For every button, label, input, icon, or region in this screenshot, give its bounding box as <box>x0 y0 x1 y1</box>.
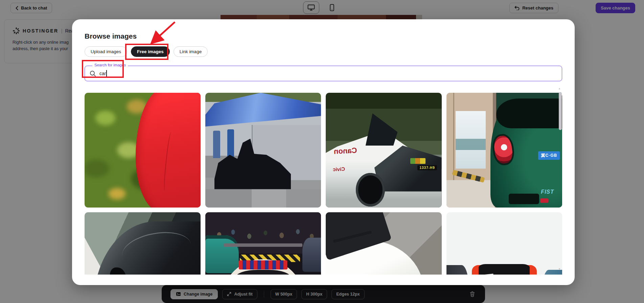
license-plate: 1337-H9 <box>417 165 437 170</box>
scroll-down-icon[interactable] <box>558 267 561 270</box>
photo-detail <box>410 158 426 164</box>
photo-detail <box>302 238 321 272</box>
image-source-tabs: Upload images Free images Link image <box>85 46 562 57</box>
image-result-5[interactable] <box>85 212 201 275</box>
photo-detail <box>479 264 530 275</box>
browse-images-modal: Browse images Upload images Free images … <box>72 19 575 285</box>
search-input-label: Search for images <box>92 63 128 67</box>
photo-detail <box>239 260 288 269</box>
license-plate: 冀C·GB <box>538 151 560 160</box>
image-result-8[interactable] <box>446 212 562 275</box>
photo-detail <box>363 113 398 146</box>
photo-detail <box>205 189 321 208</box>
photo-detail <box>446 180 495 208</box>
image-result-3[interactable]: Canon Civic 1337-H9 <box>326 93 442 208</box>
civic-decal: Civic <box>332 166 345 172</box>
tab-link-image[interactable]: Link image <box>174 46 208 57</box>
photo-detail <box>446 265 468 275</box>
image-result-1[interactable] <box>85 93 201 208</box>
photo-detail <box>227 129 234 158</box>
photo-detail <box>540 198 548 203</box>
photo-detail <box>224 243 302 247</box>
photo-detail <box>509 194 539 204</box>
image-results-grid: Canon Civic 1337-H9 冀C·GB FIST <box>85 93 562 275</box>
image-result-6[interactable]: Hard Rock Hard Rock <box>205 212 321 275</box>
search-icon <box>90 70 96 77</box>
fist-decal: FIST <box>541 189 554 195</box>
image-search-input[interactable]: Search for images car <box>85 66 562 81</box>
text-cursor <box>106 70 107 77</box>
tab-upload-images[interactable]: Upload images <box>85 46 127 57</box>
scrollbar-thumb[interactable] <box>559 92 562 130</box>
search-input-value: car <box>99 71 106 76</box>
image-result-7[interactable] <box>326 212 442 275</box>
tab-free-images[interactable]: Free images <box>131 46 170 57</box>
canon-decal: Canon <box>334 146 357 156</box>
image-result-4[interactable]: 冀C·GB FIST <box>446 93 562 208</box>
photo-detail <box>213 131 220 158</box>
modal-title: Browse images <box>85 32 562 40</box>
photo-detail <box>205 235 239 273</box>
photo-detail <box>496 99 562 128</box>
page: Back to chat Reset changes Save changes <box>0 0 644 303</box>
scroll-up-icon[interactable] <box>558 87 561 90</box>
image-result-2[interactable] <box>205 93 321 208</box>
photo-detail <box>456 139 486 150</box>
photo-detail <box>356 173 385 206</box>
